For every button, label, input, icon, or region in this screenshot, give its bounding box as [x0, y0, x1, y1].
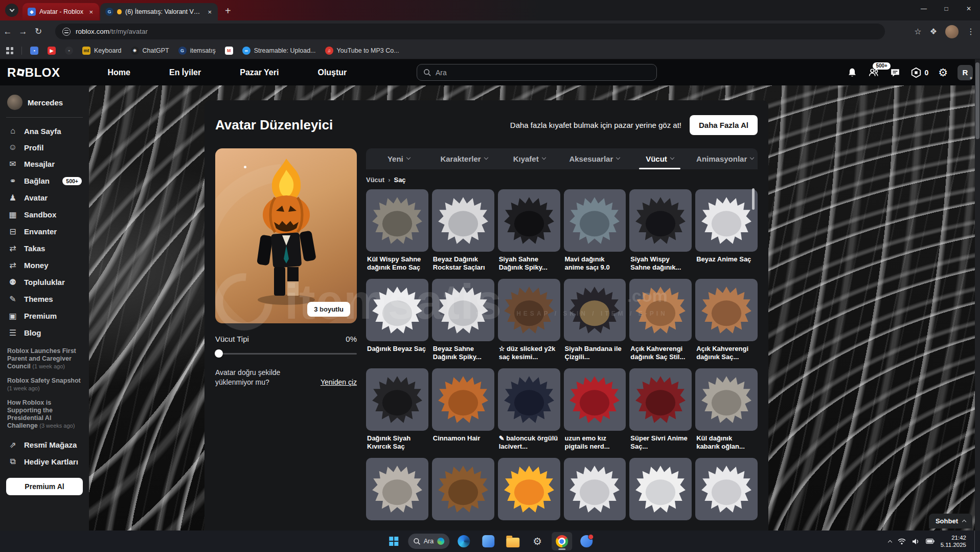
extensions-icon[interactable]: ❖ [930, 27, 937, 36]
volume-icon[interactable] [912, 538, 920, 545]
sidebar-item[interactable]: ✎ Themes [0, 291, 89, 307]
new-tab-button[interactable]: + [222, 5, 234, 16]
roblox-search-bar[interactable]: Ara [417, 64, 657, 81]
bookmark-item[interactable]: ◦ [65, 47, 73, 55]
hair-item[interactable]: Açık Kahverengi dağınık Saç Stil... [629, 279, 692, 362]
view-mode-button[interactable]: 3 boyutlu [307, 302, 350, 317]
apps-grid-icon[interactable] [6, 47, 13, 54]
blog-post-link[interactable]: How Roblox is Supporting the Presidentia… [7, 399, 82, 430]
breadcrumb-parent[interactable]: Vücut [366, 176, 384, 184]
bookmark-star-icon[interactable]: ☆ [914, 27, 921, 36]
hair-item[interactable] [432, 458, 494, 520]
sidebar-footer-item[interactable]: ⧉ Hediye Kartları [0, 453, 89, 470]
edge-icon[interactable] [453, 532, 474, 550]
url-bar[interactable]: roblox.com/tr/my/avatar [55, 24, 885, 39]
hair-item[interactable]: Açık Kahverengi dağınık Saç... [695, 279, 758, 362]
hair-item[interactable] [695, 458, 758, 520]
site-controls-icon[interactable] [62, 28, 71, 36]
slider-thumb[interactable] [215, 349, 223, 358]
browser-tab[interactable]: G (6) İtemsatış: Valorant VP, P... × [100, 3, 218, 20]
chat-icon[interactable] [890, 67, 901, 78]
hair-item[interactable]: Kül Wispy Sahne dağınık Emo Saç [366, 189, 428, 272]
hair-item[interactable]: Dağınık Siyah Kıvırcık Saç [366, 368, 428, 451]
maximize-button[interactable]: □ [935, 0, 958, 17]
roblox-logo[interactable]: RBLOX [7, 65, 60, 80]
sidebar-item[interactable]: ⊟ Envanter [0, 223, 89, 240]
hair-item[interactable]: Mavi dağınık anime saçı 9.0 [564, 189, 626, 272]
hair-item[interactable]: Siyah Sahne Dağınık Spiky... [498, 189, 560, 272]
hair-item[interactable]: Beyaz Sahne Dağınık Spiky... [432, 279, 494, 362]
category-tab[interactable]: Animasyonlar [692, 148, 758, 169]
bookmark-item[interactable]: ∞ Streamable: Upload... [242, 47, 316, 55]
forward-icon[interactable]: → [15, 27, 31, 37]
redraw-link[interactable]: Yeniden çiz [321, 378, 357, 387]
sidebar-item[interactable]: ✉ Mesajlar [0, 156, 89, 172]
sidebar-item[interactable]: ⚭ Bağlan 500+ [0, 172, 89, 189]
sidebar-footer-item[interactable]: ⇗ Resmî Mağaza [0, 436, 89, 453]
sidebar-item[interactable]: ♟ Avatar [0, 189, 89, 206]
chrome-icon[interactable] [552, 532, 572, 550]
hair-item[interactable] [564, 458, 626, 520]
browser-profile-avatar[interactable] [945, 25, 959, 38]
hair-item[interactable] [629, 458, 692, 520]
get-more-button[interactable]: Daha Fazla Al [690, 115, 758, 135]
battery-icon[interactable] [926, 539, 935, 544]
category-tab[interactable]: Kıyafet [496, 148, 562, 169]
hair-item[interactable]: Siyah Bandana ile Çizgili... [564, 279, 626, 362]
bookmark-item[interactable]: ✳ ChatGPT [131, 47, 169, 55]
body-type-slider[interactable] [215, 349, 357, 358]
tray-chevron-up-icon[interactable] [888, 539, 892, 544]
hair-item[interactable]: Siyah Wispy Sahne dağınık... [629, 189, 692, 272]
messenger-icon[interactable] [576, 532, 597, 550]
sidebar-item[interactable]: ⇄ Takas [0, 240, 89, 257]
sidebar-item[interactable]: ▣ Premium [0, 307, 89, 324]
bookmark-item[interactable]: ▪ [30, 47, 38, 55]
hair-item[interactable]: uzun emo kız pigtails nerd... [564, 368, 626, 451]
hair-item[interactable]: Beyaz Anime Saç [695, 189, 758, 272]
sidebar-item[interactable]: ⌂ Ana Sayfa [0, 123, 89, 139]
profile-avatar[interactable]: R + [958, 65, 973, 80]
start-button[interactable] [383, 532, 404, 550]
hair-item[interactable]: ☆ düz slicked y2k saç kesimi... [498, 279, 560, 362]
browser-tab[interactable]: ◆ Avatar - Roblox × [22, 3, 99, 20]
sidebar-item[interactable]: ☺ Profil [0, 139, 89, 156]
hair-item[interactable] [498, 458, 560, 520]
hair-item[interactable]: Kül dağınık kabarık oğlan... [695, 368, 758, 451]
sidebar-item[interactable]: ⇄ Money [0, 257, 89, 274]
tab-close-icon[interactable]: × [88, 8, 94, 16]
bookmark-item[interactable]: M [225, 47, 233, 55]
bookmark-item[interactable]: ♫ YouTube to MP3 Co... [325, 47, 399, 55]
browser-scrollbar[interactable] [975, 59, 980, 531]
file-explorer-icon[interactable] [503, 532, 523, 550]
category-tab[interactable]: Karakterler [431, 148, 497, 169]
bookmark-item[interactable]: ▶ [48, 47, 56, 55]
minimize-button[interactable]: — [913, 0, 935, 17]
taskbar-search[interactable]: Ara [408, 534, 449, 549]
panel-scrollbar-thumb[interactable] [752, 188, 755, 210]
blog-post-link[interactable]: Roblox Safety Snapshot (1 week ago) [7, 377, 82, 392]
hair-item[interactable]: Dağınık Beyaz Saç [366, 279, 428, 362]
reload-icon[interactable]: ↻ [31, 26, 46, 37]
settings-gear-icon[interactable]: ⚙ [938, 67, 948, 79]
robux-icon[interactable]: 0 [910, 67, 928, 78]
blog-post-link[interactable]: Roblox Launches First Parent and Caregiv… [7, 347, 82, 370]
browser-scrollbar-thumb[interactable] [975, 62, 979, 139]
chat-toggle-button[interactable]: Sohbet [929, 514, 972, 528]
back-icon[interactable]: ← [0, 27, 15, 37]
show-desktop-button[interactable] [974, 531, 976, 552]
hair-item[interactable]: Süper Sivri Anime Saç... [629, 368, 692, 451]
premium-buy-button[interactable]: Premium Al [6, 478, 83, 495]
tab-search-button[interactable] [5, 4, 18, 17]
bookmark-item[interactable]: G itemsatış [178, 47, 216, 55]
notifications-bell-icon[interactable] [847, 67, 858, 78]
hair-item[interactable] [366, 458, 428, 520]
hair-item[interactable]: ✎ baloncuk örgülü lacivert... [498, 368, 560, 451]
sidebar-item[interactable]: ☰ Blog [0, 324, 89, 341]
sidebar-user[interactable]: Mercedes [0, 91, 89, 114]
phone-link-icon[interactable] [478, 532, 498, 550]
avatar-preview[interactable]: 3 boyutlu [215, 148, 357, 323]
browser-menu-icon[interactable]: ⋮ [967, 27, 975, 36]
hair-item[interactable]: Cinnamon Hair [432, 368, 494, 451]
taskbar-clock[interactable]: 21:42 5.11.2025 [941, 534, 966, 548]
tab-close-icon[interactable]: × [207, 8, 213, 16]
